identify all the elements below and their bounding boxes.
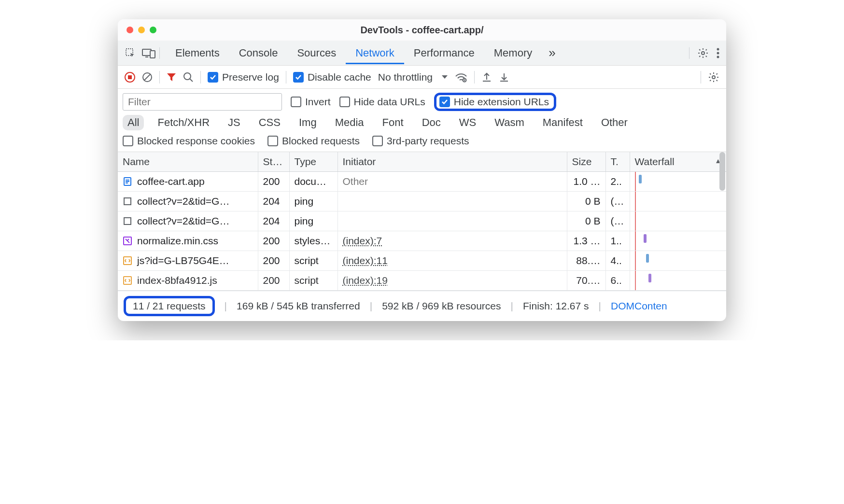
tab-memory[interactable]: Memory [484,42,542,64]
type-filter-all[interactable]: All [123,115,144,130]
disable-cache-checkbox[interactable]: Disable cache [293,71,371,83]
css-icon [123,236,132,246]
type-filter-ws[interactable]: WS [454,115,481,130]
devtools-window: DevTools - coffee-cart.app/ ElementsCons… [118,19,726,321]
size-cell: 0 B [567,192,605,211]
clear-button[interactable] [142,72,153,83]
throttling-select[interactable]: No throttling [378,71,448,83]
request-name: collect?v=2&tid=G… [137,196,229,207]
col-type[interactable]: Type [289,152,338,172]
main-tabstrip: ElementsConsoleSourcesNetworkPerformance… [118,41,726,66]
table-row[interactable]: collect?v=2&tid=G… 204 ping 0 B (… [118,192,726,211]
table-row[interactable]: coffee-cart.app 200 docu… Other 1.0 … 2.… [118,172,726,192]
blocked-requests-checkbox[interactable]: Blocked requests [267,135,360,147]
table-row[interactable]: collect?v=2&tid=G… 204 ping 0 B (… [118,211,726,231]
type-filter-other[interactable]: Other [596,115,633,130]
col-waterfall[interactable]: Waterfall▲ [630,152,726,172]
network-toolbar: Preserve log Disable cache No throttling [118,66,726,89]
type-filter-js[interactable]: JS [223,115,245,130]
size-cell: 88.… [567,251,605,271]
type-filter-fetchxhr[interactable]: Fetch/XHR [153,115,214,130]
size-cell: 70.… [567,271,605,291]
tab-elements[interactable]: Elements [166,42,229,64]
js-icon [123,256,132,266]
tab-console[interactable]: Console [229,42,288,64]
device-toggle-icon[interactable] [142,48,155,58]
status-cell: 200 [258,172,289,192]
tab-sources[interactable]: Sources [287,42,346,64]
type-cell: docu… [289,172,338,192]
table-row[interactable]: js?id=G-LB75G4E… 200 script (index):11 8… [118,251,726,271]
hide-extension-urls-checkbox[interactable]: Hide extension URLs [439,96,549,108]
tab-network[interactable]: Network [346,42,404,64]
tab-performance[interactable]: Performance [404,42,484,64]
search-icon[interactable] [183,72,194,83]
waterfall-cell [630,172,726,192]
table-header-row: Name St… Type Initiator Size T. Waterfal… [118,152,726,172]
initiator-link[interactable]: (index):19 [343,275,388,286]
type-filter-media[interactable]: Media [330,115,369,130]
svg-rect-3 [150,51,155,58]
requests-count-highlight: 11 / 21 requests [124,296,215,316]
table-row[interactable]: normalize.min.css 200 styles… (index):7 … [118,231,726,251]
type-filter-font[interactable]: Font [378,115,408,130]
type-filter-css[interactable]: CSS [254,115,285,130]
blocked-cookies-checkbox[interactable]: Blocked response cookies [123,135,255,147]
filter-input[interactable] [123,93,282,111]
type-cell: ping [289,211,338,231]
waterfall-cell [630,211,726,231]
status-cell: 204 [258,211,289,231]
time-cell: (… [605,211,630,231]
domcontent-link[interactable]: DOMConten [611,300,667,312]
time-cell: 4.. [605,251,630,271]
kebab-menu-icon[interactable] [717,47,719,59]
col-time[interactable]: T. [605,152,630,172]
status-cell: 200 [258,251,289,271]
network-conditions-icon[interactable] [455,72,467,83]
resources-size: 592 kB / 969 kB resources [382,300,501,312]
initiator-link[interactable]: (index):7 [343,235,382,246]
type-filter-img[interactable]: Img [294,115,322,130]
invert-checkbox[interactable]: Invert [291,96,331,108]
initiator-cell: (index):19 [338,271,567,291]
download-icon[interactable] [499,72,509,83]
initiator-link[interactable]: (index):11 [343,255,388,266]
waterfall-cell [630,271,726,291]
upload-icon[interactable] [481,72,492,83]
type-filter-wasm[interactable]: Wasm [490,115,529,130]
type-filter-manifest[interactable]: Manifest [538,115,588,130]
throttling-value: No throttling [378,71,433,83]
svg-rect-21 [124,218,131,224]
table-scrollbar[interactable] [719,152,725,191]
waterfall-cell [630,251,726,271]
type-filter-doc[interactable]: Doc [417,115,446,130]
tabs-overflow[interactable]: » [545,41,559,65]
svg-line-13 [190,79,193,82]
request-name: collect?v=2&tid=G… [137,215,229,227]
window-title: DevTools - coffee-cart.app/ [118,25,726,36]
minimize-button[interactable] [138,27,145,33]
status-bar: 11 / 21 requests | 169 kB / 545 kB trans… [118,291,726,321]
status-cell: 200 [258,231,289,251]
inspect-icon[interactable] [125,47,136,59]
col-size[interactable]: Size [567,152,605,172]
table-row[interactable]: index-8bfa4912.js 200 script (index):19 … [118,271,726,291]
record-button[interactable] [125,72,135,83]
col-status[interactable]: St… [258,152,289,172]
filter-icon[interactable] [167,72,176,82]
svg-rect-20 [124,198,131,205]
hide-data-urls-checkbox[interactable]: Hide data URLs [339,96,425,108]
close-button[interactable] [127,27,133,33]
maximize-button[interactable] [150,27,156,33]
filter-bar: Invert Hide data URLs Hide extension URL… [118,89,726,114]
settings-icon[interactable] [697,47,709,59]
network-settings-icon[interactable] [708,71,719,83]
col-name[interactable]: Name [118,152,258,172]
third-party-checkbox[interactable]: 3rd-party requests [372,135,469,147]
time-cell: (… [605,192,630,211]
preserve-log-checkbox[interactable]: Preserve log [208,71,279,83]
time-cell: 1.. [605,231,630,251]
initiator-text: Other [343,176,368,187]
request-name: coffee-cart.app [137,176,205,187]
col-initiator[interactable]: Initiator [338,152,567,172]
